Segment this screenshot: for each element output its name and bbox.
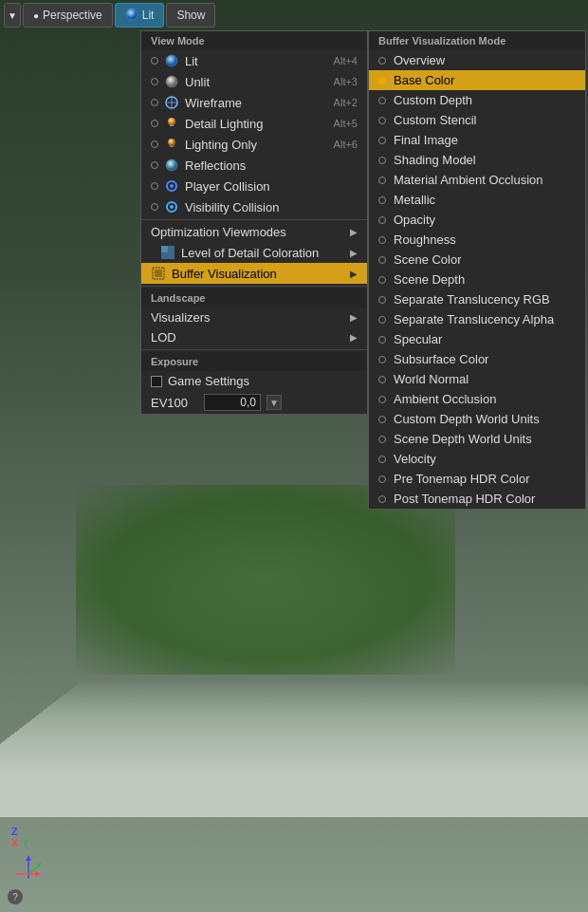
- buffer-custom-stencil[interactable]: Custom Stencil: [369, 110, 585, 130]
- buffer-scene-depth-world-units[interactable]: Scene Depth World Units: [369, 429, 585, 449]
- final-image-label: Final Image: [394, 133, 458, 147]
- view-mode-lighting-only[interactable]: Lighting Only Alt+6: [141, 134, 367, 155]
- ev100-input[interactable]: [204, 394, 261, 411]
- wireframe-item-label: Wireframe: [185, 96, 242, 110]
- view-mode-detail-lighting[interactable]: Detail Lighting Alt+5: [141, 113, 367, 134]
- help-button[interactable]: ?: [8, 889, 23, 904]
- buffer-custom-depth-world-units[interactable]: Custom Depth World Units: [369, 409, 585, 429]
- sep-trans-alpha-radio: [378, 316, 386, 324]
- buffer-velocity[interactable]: Velocity: [369, 449, 585, 469]
- velocity-label: Velocity: [394, 452, 436, 466]
- svg-rect-9: [170, 145, 174, 147]
- buffer-material-ao[interactable]: Material Ambient Occlusion: [369, 170, 585, 190]
- game-settings-checkbox[interactable]: [151, 376, 162, 387]
- pre-tonemap-label: Pre Tonemap HDR Color: [394, 472, 530, 486]
- sep-trans-rgb-radio: [378, 296, 386, 304]
- buffer-pre-tonemap-hdr[interactable]: Pre Tonemap HDR Color: [369, 469, 585, 489]
- final-image-radio: [378, 137, 386, 144]
- lighting-only-radio: [151, 140, 158, 148]
- svg-marker-22: [35, 871, 41, 877]
- ambient-oc-radio: [378, 396, 386, 403]
- metallic-radio: [378, 196, 386, 204]
- svg-point-0: [126, 9, 138, 20]
- scene-depth-label: Scene Depth: [394, 272, 465, 287]
- buffer-viz-arrow: ▶: [350, 269, 358, 279]
- perspective-label: Perspective: [43, 9, 102, 22]
- buffer-subsurface-color[interactable]: Subsurface Color: [369, 349, 585, 369]
- view-mode-visualizers[interactable]: Visualizers ▶: [141, 307, 367, 327]
- game-settings-item[interactable]: Game Settings: [141, 371, 367, 391]
- lit-item-icon: [164, 53, 179, 68]
- buffer-overview[interactable]: Overview: [369, 50, 585, 70]
- buffer-metallic[interactable]: Metallic: [369, 190, 585, 210]
- buffer-sep-translucency-alpha[interactable]: Separate Translucency Alpha: [369, 309, 585, 329]
- game-settings-label: Game Settings: [168, 374, 249, 388]
- separator-1: [141, 219, 367, 220]
- custom-depth-wu-radio: [378, 416, 386, 423]
- detail-lighting-shortcut: Alt+5: [334, 118, 358, 129]
- view-mode-optimization[interactable]: Optimization Viewmodes ▶: [141, 222, 367, 242]
- buffer-opacity[interactable]: Opacity: [369, 210, 585, 230]
- lit-btn[interactable]: Lit: [115, 3, 165, 28]
- view-mode-lod-coloration[interactable]: Level of Detail Coloration ▶: [141, 242, 367, 263]
- subsurface-color-radio: [378, 356, 386, 363]
- reflections-icon: [164, 158, 179, 173]
- svg-point-8: [168, 139, 175, 146]
- perspective-btn[interactable]: ● Perspective: [23, 3, 113, 28]
- lit-shortcut: Alt+4: [334, 55, 358, 66]
- buffer-viz-header: Buffer Visualization Mode: [369, 31, 585, 50]
- world-normal-radio: [378, 376, 386, 383]
- base-color-radio: [378, 77, 386, 84]
- buffer-custom-depth[interactable]: Custom Depth: [369, 90, 585, 110]
- velocity-radio: [378, 456, 386, 463]
- view-mode-visibility-collision[interactable]: Visibility Collision: [141, 196, 367, 217]
- reflections-radio: [151, 161, 158, 169]
- foliage: [76, 485, 455, 675]
- player-collision-radio: [151, 182, 158, 190]
- buffer-sep-translucency-rgb[interactable]: Separate Translucency RGB: [369, 289, 585, 309]
- svg-marker-20: [26, 855, 31, 861]
- opacity-radio: [378, 216, 386, 224]
- buffer-specular[interactable]: Specular: [369, 329, 585, 349]
- buffer-base-color[interactable]: Base Color: [369, 70, 585, 90]
- view-mode-lod[interactable]: LOD ▶: [141, 327, 367, 347]
- buffer-ambient-occlusion[interactable]: Ambient Occlusion: [369, 389, 585, 409]
- player-collision-icon: [164, 178, 179, 194]
- subsurface-color-label: Subsurface Color: [394, 352, 488, 366]
- lod-coloration-label: Level of Detail Coloration: [181, 246, 319, 260]
- view-mode-unlit[interactable]: Unlit Alt+3: [141, 71, 367, 92]
- view-mode-header: View Mode: [141, 31, 367, 50]
- view-mode-reflections[interactable]: Reflections: [141, 155, 367, 176]
- ev100-expand-btn[interactable]: ▼: [266, 395, 282, 410]
- buffer-post-tonemap-hdr[interactable]: Post Tonemap HDR Color: [369, 489, 585, 509]
- view-mode-buffer-viz[interactable]: Buffer Visualization ▶: [141, 263, 367, 284]
- world-normal-label: World Normal: [394, 372, 469, 386]
- lit-icon: [125, 8, 138, 24]
- view-mode-lit[interactable]: Lit Alt+4: [141, 50, 367, 71]
- buffer-scene-color[interactable]: Scene Color: [369, 250, 585, 270]
- buffer-world-normal[interactable]: World Normal: [369, 369, 585, 389]
- unlit-radio: [151, 78, 158, 85]
- scene-color-radio: [378, 256, 386, 264]
- buffer-final-image[interactable]: Final Image: [369, 130, 585, 150]
- roughness-radio: [378, 236, 386, 244]
- show-btn[interactable]: Show: [166, 3, 215, 28]
- custom-stencil-label: Custom Stencil: [394, 113, 476, 127]
- buffer-shading-model[interactable]: Shading Model: [369, 150, 585, 170]
- view-mode-player-collision[interactable]: Player Collision: [141, 176, 367, 196]
- pre-tonemap-radio: [378, 475, 386, 483]
- lod-coloration-arrow: ▶: [350, 248, 358, 258]
- base-color-label: Base Color: [394, 73, 454, 87]
- metallic-label: Metallic: [394, 193, 435, 207]
- buffer-scene-depth[interactable]: Scene Depth: [369, 270, 585, 289]
- perspective-arrow-btn[interactable]: ▼: [4, 3, 21, 28]
- svg-rect-7: [170, 124, 174, 126]
- custom-depth-wu-label: Custom Depth World Units: [394, 412, 540, 426]
- buffer-roughness[interactable]: Roughness: [369, 230, 585, 250]
- overview-label: Overview: [394, 53, 445, 67]
- unlit-item-label: Unlit: [185, 75, 210, 89]
- ev100-label: EV100: [151, 396, 198, 410]
- view-mode-wireframe[interactable]: Wireframe Alt+2: [141, 92, 367, 113]
- unlit-item-icon: [164, 74, 179, 89]
- buffer-viz-label: Buffer Visualization: [172, 267, 277, 281]
